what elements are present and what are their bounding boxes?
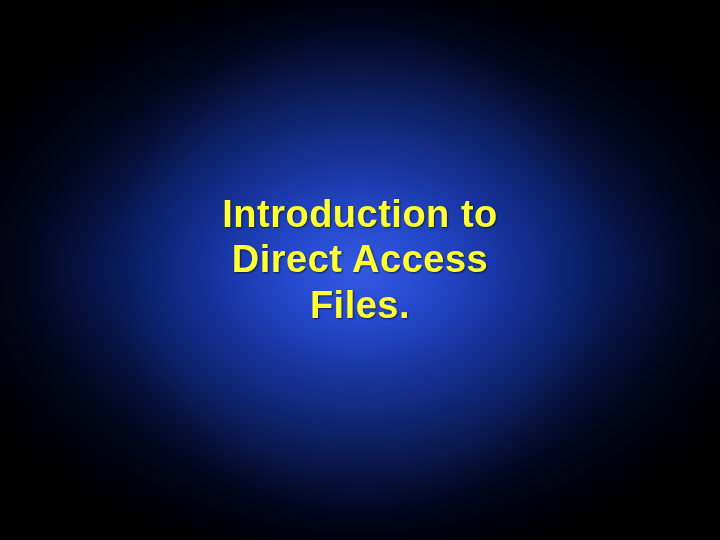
slide: Introduction to Direct Access Files. [0, 0, 720, 540]
slide-title: Introduction to Direct Access Files. [222, 192, 498, 329]
